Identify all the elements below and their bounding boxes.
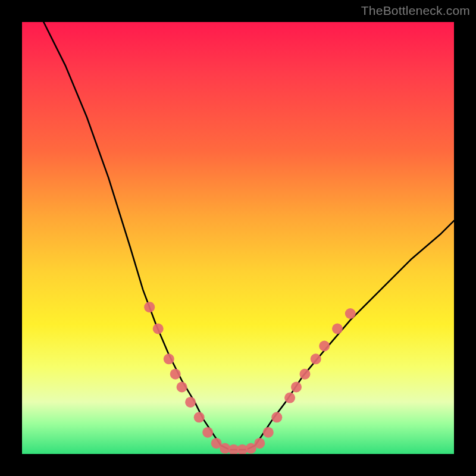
curve-marker: [170, 369, 181, 380]
watermark-text: TheBottleneck.com: [361, 4, 470, 18]
curve-marker: [300, 369, 311, 380]
plot-area: [22, 22, 454, 454]
curve-marker: [153, 324, 164, 334]
curve-marker: [291, 382, 302, 393]
curve-marker: [202, 427, 213, 438]
curve-marker: [254, 438, 265, 449]
curve-marker: [185, 397, 196, 408]
curve-marker: [271, 412, 282, 422]
curve-marker: [345, 308, 356, 319]
curve-marker: [263, 427, 274, 438]
chart-svg: [22, 22, 454, 454]
chart-frame: TheBottleneck.com: [0, 0, 476, 476]
curve-marker: [164, 353, 174, 364]
curve-marker: [332, 324, 343, 334]
curve-marker: [319, 341, 330, 352]
curve-marker: [194, 412, 205, 422]
curve-marker-group: [144, 302, 356, 454]
curve-marker: [284, 393, 295, 403]
curve-marker: [144, 302, 155, 312]
curve-marker: [311, 353, 321, 364]
bottleneck-curve-line: [43, 22, 454, 450]
curve-marker: [177, 382, 187, 393]
